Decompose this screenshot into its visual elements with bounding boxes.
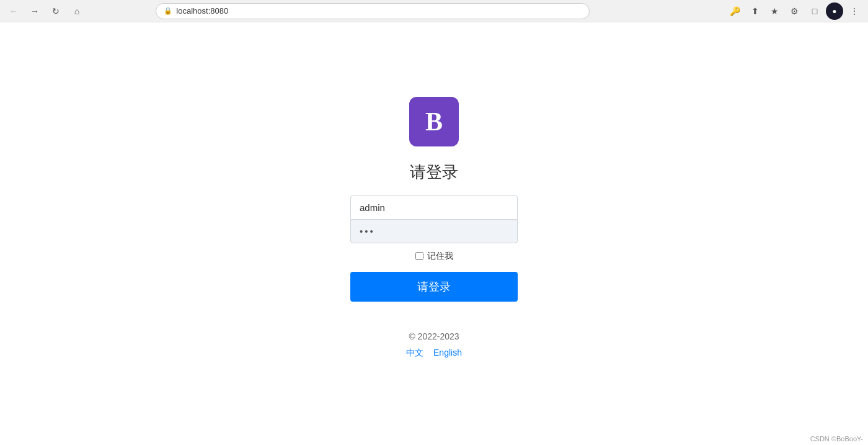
remember-me-label: 记住我 bbox=[427, 251, 453, 262]
extensions-button[interactable]: ⚙ bbox=[786, 2, 804, 20]
home-button[interactable]: ⌂ bbox=[68, 2, 86, 20]
address-bar[interactable]: 🔒 localhost:8080 bbox=[156, 3, 590, 19]
login-title: 请登录 bbox=[410, 161, 458, 183]
forward-button[interactable]: → bbox=[26, 2, 43, 20]
lock-icon: 🔒 bbox=[164, 7, 172, 15]
copyright-text: © 2022-2023 bbox=[409, 331, 459, 341]
password-input[interactable] bbox=[350, 219, 518, 243]
page-content: B 请登录 记住我 请登录 © 2022-2023 中文 English bbox=[0, 22, 868, 433]
reload-button[interactable]: ↻ bbox=[47, 2, 64, 20]
bookmark-button[interactable]: ★ bbox=[766, 2, 784, 20]
app-logo: B bbox=[409, 97, 459, 146]
footer: © 2022-2023 中文 English bbox=[406, 331, 462, 359]
username-input[interactable] bbox=[350, 196, 518, 219]
browser-chrome: ← → ↻ ⌂ 🔒 localhost:8080 🔑 ⬆ ★ ⚙ □ ● ⋮ bbox=[0, 0, 868, 22]
tab-button[interactable]: □ bbox=[806, 2, 823, 20]
menu-button[interactable]: ⋮ bbox=[846, 2, 863, 20]
logo-letter: B bbox=[425, 107, 443, 137]
browser-actions: 🔑 ⬆ ★ ⚙ □ ● ⋮ bbox=[727, 2, 863, 20]
profile-key-button[interactable]: 🔑 bbox=[727, 2, 744, 20]
login-form: 记住我 请登录 bbox=[350, 196, 518, 302]
remember-me-checkbox[interactable] bbox=[415, 252, 423, 260]
share-button[interactable]: ⬆ bbox=[746, 2, 764, 20]
lang-en-link[interactable]: English bbox=[433, 348, 462, 359]
login-button[interactable]: 请登录 bbox=[350, 272, 518, 302]
login-container: B 请登录 记住我 请登录 © 2022-2023 中文 English bbox=[310, 97, 558, 359]
language-links: 中文 English bbox=[406, 348, 462, 359]
url-text: localhost:8080 bbox=[176, 6, 228, 16]
back-button[interactable]: ← bbox=[5, 2, 22, 20]
remember-me-container: 记住我 bbox=[350, 251, 518, 262]
lang-zh-link[interactable]: 中文 bbox=[406, 348, 423, 359]
watermark: CSDN ©BoBooY- bbox=[0, 433, 868, 445]
profile-button[interactable]: ● bbox=[826, 2, 843, 20]
